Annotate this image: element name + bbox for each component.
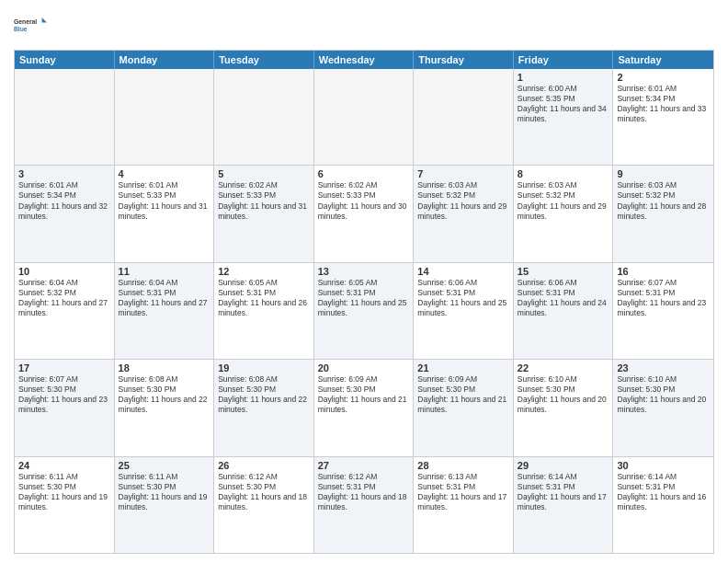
calendar-cell: 14Sunrise: 6:06 AM Sunset: 5:31 PM Dayli… [414, 263, 514, 359]
day-info: Sunrise: 6:09 AM Sunset: 5:30 PM Dayligh… [318, 374, 410, 415]
calendar-day-header: Friday [514, 51, 614, 69]
calendar-cell: 11Sunrise: 6:04 AM Sunset: 5:31 PM Dayli… [115, 263, 215, 359]
day-number: 23 [617, 362, 710, 373]
calendar-cell: 12Sunrise: 6:05 AM Sunset: 5:31 PM Dayli… [214, 263, 314, 359]
day-number: 16 [617, 266, 710, 277]
calendar-cell: 6Sunrise: 6:02 AM Sunset: 5:33 PM Daylig… [314, 166, 415, 261]
calendar-cell: 15Sunrise: 6:06 AM Sunset: 5:31 PM Dayli… [514, 263, 614, 359]
day-info: Sunrise: 6:02 AM Sunset: 5:33 PM Dayligh… [218, 180, 310, 221]
calendar-cell: 29Sunrise: 6:14 AM Sunset: 5:31 PM Dayli… [514, 457, 614, 553]
day-info: Sunrise: 6:08 AM Sunset: 5:30 PM Dayligh… [218, 374, 310, 415]
calendar-cell: 7Sunrise: 6:03 AM Sunset: 5:32 PM Daylig… [414, 166, 514, 261]
day-number: 6 [318, 168, 410, 179]
day-number: 4 [119, 168, 210, 179]
day-number: 11 [119, 266, 210, 277]
calendar-cell: 22Sunrise: 6:10 AM Sunset: 5:30 PM Dayli… [514, 360, 614, 455]
day-number: 2 [617, 72, 710, 83]
day-number: 29 [518, 460, 609, 471]
day-info: Sunrise: 6:04 AM Sunset: 5:31 PM Dayligh… [119, 278, 210, 318]
calendar-body: 1Sunrise: 6:00 AM Sunset: 5:35 PM Daylig… [15, 69, 713, 553]
calendar-cell: 20Sunrise: 6:09 AM Sunset: 5:30 PM Dayli… [314, 360, 415, 455]
day-number: 14 [417, 266, 509, 277]
calendar-cell: 21Sunrise: 6:09 AM Sunset: 5:30 PM Dayli… [414, 360, 514, 455]
calendar-cell [15, 69, 115, 165]
calendar-day-header: Tuesday [214, 51, 314, 69]
day-info: Sunrise: 6:08 AM Sunset: 5:30 PM Dayligh… [119, 374, 210, 415]
day-number: 17 [18, 362, 110, 373]
calendar-cell: 18Sunrise: 6:08 AM Sunset: 5:30 PM Dayli… [115, 360, 215, 455]
day-info: Sunrise: 6:11 AM Sunset: 5:30 PM Dayligh… [119, 472, 210, 512]
calendar-cell: 23Sunrise: 6:10 AM Sunset: 5:30 PM Dayli… [613, 360, 713, 455]
day-info: Sunrise: 6:11 AM Sunset: 5:30 PM Dayligh… [18, 472, 110, 512]
day-number: 3 [18, 168, 110, 179]
calendar-row: 3Sunrise: 6:01 AM Sunset: 5:34 PM Daylig… [15, 165, 713, 261]
day-number: 7 [417, 168, 509, 179]
day-info: Sunrise: 6:14 AM Sunset: 5:31 PM Dayligh… [518, 472, 609, 512]
day-number: 26 [218, 460, 310, 471]
day-number: 18 [119, 362, 210, 373]
logo-icon: GeneralBlue [14, 9, 47, 42]
day-info: Sunrise: 6:01 AM Sunset: 5:34 PM Dayligh… [617, 84, 710, 124]
day-number: 15 [518, 266, 609, 277]
page: GeneralBlue SundayMondayTuesdayWednesday… [0, 0, 728, 563]
day-number: 9 [617, 168, 710, 179]
day-info: Sunrise: 6:12 AM Sunset: 5:31 PM Dayligh… [318, 472, 410, 512]
day-number: 22 [518, 362, 609, 373]
day-number: 8 [518, 168, 609, 179]
day-number: 28 [417, 460, 509, 471]
logo: GeneralBlue [14, 9, 47, 42]
day-info: Sunrise: 6:07 AM Sunset: 5:31 PM Dayligh… [617, 278, 710, 318]
calendar-row: 24Sunrise: 6:11 AM Sunset: 5:30 PM Dayli… [15, 456, 713, 553]
calendar-cell [314, 69, 415, 165]
calendar-cell [115, 69, 215, 165]
day-number: 10 [18, 266, 110, 277]
day-info: Sunrise: 6:02 AM Sunset: 5:33 PM Dayligh… [318, 180, 410, 221]
day-info: Sunrise: 6:05 AM Sunset: 5:31 PM Dayligh… [318, 278, 410, 318]
day-number: 21 [417, 362, 509, 373]
calendar: SundayMondayTuesdayWednesdayThursdayFrid… [14, 50, 714, 554]
day-number: 20 [318, 362, 410, 373]
day-info: Sunrise: 6:07 AM Sunset: 5:30 PM Dayligh… [18, 374, 110, 415]
calendar-day-header: Thursday [414, 51, 514, 69]
day-number: 27 [318, 460, 410, 471]
day-info: Sunrise: 6:01 AM Sunset: 5:33 PM Dayligh… [119, 180, 210, 221]
calendar-cell: 17Sunrise: 6:07 AM Sunset: 5:30 PM Dayli… [15, 360, 115, 455]
calendar-row: 1Sunrise: 6:00 AM Sunset: 5:35 PM Daylig… [15, 69, 713, 165]
calendar-cell: 1Sunrise: 6:00 AM Sunset: 5:35 PM Daylig… [514, 69, 614, 165]
day-info: Sunrise: 6:13 AM Sunset: 5:31 PM Dayligh… [417, 472, 509, 512]
calendar-cell: 4Sunrise: 6:01 AM Sunset: 5:33 PM Daylig… [115, 166, 215, 261]
calendar-cell [414, 69, 514, 165]
calendar-day-header: Monday [115, 51, 215, 69]
calendar-cell: 3Sunrise: 6:01 AM Sunset: 5:34 PM Daylig… [15, 166, 115, 261]
day-number: 19 [218, 362, 310, 373]
day-info: Sunrise: 6:03 AM Sunset: 5:32 PM Dayligh… [417, 180, 509, 221]
calendar-cell: 24Sunrise: 6:11 AM Sunset: 5:30 PM Dayli… [15, 457, 115, 553]
day-info: Sunrise: 6:04 AM Sunset: 5:32 PM Dayligh… [18, 278, 110, 318]
day-info: Sunrise: 6:03 AM Sunset: 5:32 PM Dayligh… [518, 180, 609, 221]
calendar-cell: 16Sunrise: 6:07 AM Sunset: 5:31 PM Dayli… [613, 263, 713, 359]
calendar-cell: 28Sunrise: 6:13 AM Sunset: 5:31 PM Dayli… [414, 457, 514, 553]
header: GeneralBlue [14, 9, 714, 42]
day-info: Sunrise: 6:00 AM Sunset: 5:35 PM Dayligh… [518, 84, 609, 124]
calendar-cell: 25Sunrise: 6:11 AM Sunset: 5:30 PM Dayli… [115, 457, 215, 553]
day-number: 24 [18, 460, 110, 471]
day-info: Sunrise: 6:10 AM Sunset: 5:30 PM Dayligh… [617, 374, 710, 415]
day-number: 13 [318, 266, 410, 277]
svg-text:General: General [14, 18, 37, 25]
calendar-row: 17Sunrise: 6:07 AM Sunset: 5:30 PM Dayli… [15, 359, 713, 455]
day-number: 1 [518, 72, 609, 83]
day-info: Sunrise: 6:12 AM Sunset: 5:30 PM Dayligh… [218, 472, 310, 512]
day-number: 12 [218, 266, 310, 277]
calendar-day-header: Sunday [15, 51, 115, 69]
calendar-cell: 26Sunrise: 6:12 AM Sunset: 5:30 PM Dayli… [214, 457, 314, 553]
svg-text:Blue: Blue [14, 26, 28, 32]
day-info: Sunrise: 6:10 AM Sunset: 5:30 PM Dayligh… [518, 374, 609, 415]
day-info: Sunrise: 6:14 AM Sunset: 5:31 PM Dayligh… [617, 472, 710, 512]
day-info: Sunrise: 6:01 AM Sunset: 5:34 PM Dayligh… [18, 180, 110, 221]
calendar-cell: 8Sunrise: 6:03 AM Sunset: 5:32 PM Daylig… [514, 166, 614, 261]
calendar-cell: 5Sunrise: 6:02 AM Sunset: 5:33 PM Daylig… [214, 166, 314, 261]
calendar-cell: 9Sunrise: 6:03 AM Sunset: 5:32 PM Daylig… [613, 166, 713, 261]
calendar-cell: 2Sunrise: 6:01 AM Sunset: 5:34 PM Daylig… [613, 69, 713, 165]
calendar-row: 10Sunrise: 6:04 AM Sunset: 5:32 PM Dayli… [15, 262, 713, 359]
day-info: Sunrise: 6:06 AM Sunset: 5:31 PM Dayligh… [417, 278, 509, 318]
